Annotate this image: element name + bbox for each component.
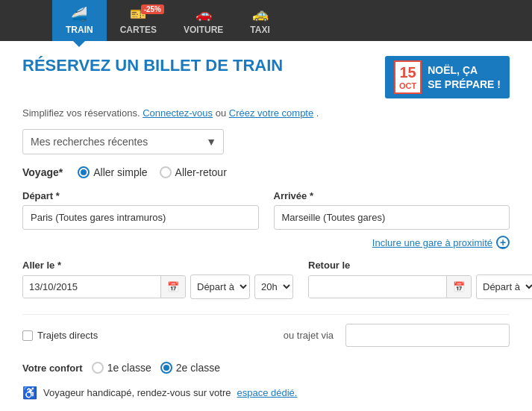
promo-month: OCT <box>399 81 416 90</box>
classe-1e-radio[interactable] <box>92 362 104 374</box>
aller-depart-select[interactable]: Départ à <box>190 274 250 299</box>
confort-row: Votre confort 1e classe 2e classe <box>22 362 510 374</box>
classe-2e-radio[interactable] <box>160 362 172 374</box>
trajets-directs-label: Trajets directs <box>37 330 98 341</box>
creez-compte-link[interactable]: Créez votre compte <box>229 107 313 119</box>
classe-2e-label: 2e classe <box>176 362 220 374</box>
handicap-link[interactable]: espace dédié. <box>237 387 298 398</box>
nav-item-train[interactable]: 🚄 TRAIN <box>52 0 107 41</box>
nav-label-train: TRAIN <box>66 25 93 35</box>
recent-searches-select[interactable]: Mes recherches récentes <box>22 129 224 154</box>
aller-retour-label: Aller-retour <box>175 166 227 178</box>
handicap-icon: ♿ <box>22 386 37 400</box>
title-highlight: UN BILLET DE TRAIN <box>115 56 283 75</box>
nearby-plus-icon[interactable]: + <box>496 236 510 249</box>
subtitle-or: ou <box>216 107 229 119</box>
retour-date-input[interactable] <box>309 276 446 298</box>
classe-1e-option[interactable]: 1e classe <box>92 362 151 374</box>
nav-label-voiture: VOITURE <box>184 25 223 35</box>
main-content: RÉSERVEZ UN BILLET DE TRAIN 15 OCT NOËL,… <box>0 41 532 411</box>
aller-simple-option[interactable]: Aller simple <box>78 166 147 178</box>
ou-text: ou trajet via <box>284 330 334 341</box>
aller-date-label: Aller le * <box>22 260 293 271</box>
title-prefix: RÉSERVEZ <box>22 56 115 75</box>
confort-label: Votre confort <box>22 363 83 374</box>
promo-text: NOËL, ÇA SE PRÉPARE ! <box>428 63 501 90</box>
nav-item-taxi[interactable]: 🚕 TAXI <box>237 0 283 41</box>
retour-date-label: Retour le <box>308 260 532 271</box>
dates-row: Aller le * 📅 Départ à 20h Retour le <box>22 260 510 299</box>
depart-group: Départ * <box>22 190 259 230</box>
connectez-vous-link[interactable]: Connectez-vous <box>143 107 213 119</box>
promo-line1: NOËL, ÇA <box>428 63 501 77</box>
trajets-directs-checkbox-label[interactable]: Trajets directs <box>22 330 98 341</box>
taxi-icon: 🚕 <box>252 6 269 22</box>
train-icon: 🚄 <box>71 6 87 22</box>
voyage-label: Voyage* <box>22 166 63 178</box>
recent-searches-wrapper: Mes recherches récentes ▼ <box>22 129 224 154</box>
handicap-row: ♿ Voyageur handicapé, rendez-vous sur vo… <box>22 386 510 400</box>
aller-date-field: 📅 <box>22 275 186 298</box>
retour-calendar-icon[interactable]: 📅 <box>446 276 471 298</box>
classe-1e-label: 1e classe <box>107 362 151 374</box>
cartes-badge: -25% <box>141 4 164 14</box>
top-nav: 🚄 TRAIN -25% 🎫 CARTES 🚗 VOITURE 🚕 TAXI <box>0 0 532 41</box>
via-input[interactable] <box>345 324 510 347</box>
locations-row: Départ * Arrivée * <box>22 190 510 230</box>
retour-depart-select[interactable]: Départ à <box>476 274 532 299</box>
page-title: RÉSERVEZ UN BILLET DE TRAIN <box>22 56 283 75</box>
options-row: Trajets directs ou trajet via <box>22 324 510 347</box>
nav-label-cartes: CARTES <box>120 25 157 35</box>
aller-date-group: Aller le * 📅 Départ à 20h <box>22 260 293 299</box>
classe-2e-option[interactable]: 2e classe <box>160 362 220 374</box>
depart-label: Départ * <box>22 190 259 201</box>
recent-searches-row: Mes recherches récentes ▼ <box>22 129 510 154</box>
voyage-row: Voyage* Aller simple Aller-retour <box>22 166 510 178</box>
aller-retour-radio[interactable] <box>160 166 172 178</box>
subtitle: Simplifiez vos réservations. Connectez-v… <box>22 107 510 119</box>
aller-calendar-icon[interactable]: 📅 <box>160 276 185 298</box>
aller-retour-option[interactable]: Aller-retour <box>160 166 227 178</box>
promo-line2: SE PRÉPARE ! <box>428 78 501 91</box>
aller-simple-radio[interactable] <box>78 166 90 178</box>
promo-date-box: 15 OCT <box>394 60 422 94</box>
handicap-text: Voyageur handicapé, rendez-vous sur votr… <box>43 387 231 398</box>
nav-label-taxi: TAXI <box>250 25 269 35</box>
promo-banner: 15 OCT NOËL, ÇA SE PRÉPARE ! <box>385 56 510 98</box>
nearby-text: Inclure une gare à proximité <box>372 237 492 248</box>
depart-input[interactable] <box>22 205 259 230</box>
nearby-row: Inclure une gare à proximité + <box>22 236 510 249</box>
divider-1 <box>22 314 510 315</box>
voiture-icon: 🚗 <box>195 6 212 22</box>
trajets-directs-checkbox[interactable] <box>22 330 33 341</box>
retour-date-group: Retour le 📅 Départ à 07h <box>308 260 532 299</box>
retour-date-inputs: 📅 Départ à 07h <box>308 274 532 299</box>
header-row: RÉSERVEZ UN BILLET DE TRAIN 15 OCT NOËL,… <box>22 56 510 98</box>
arrivee-label: Arrivée * <box>274 190 510 201</box>
nav-item-cartes[interactable]: -25% 🎫 CARTES <box>107 0 170 41</box>
nav-item-voiture[interactable]: 🚗 VOITURE <box>170 0 237 41</box>
retour-date-field: 📅 <box>308 275 472 298</box>
aller-time-select[interactable]: 20h <box>254 274 293 299</box>
aller-date-input[interactable] <box>23 276 160 298</box>
aller-simple-label: Aller simple <box>93 166 147 178</box>
subtitle-text: Simplifiez vos réservations. <box>22 107 140 119</box>
arrivee-input[interactable] <box>274 205 510 230</box>
nearby-link[interactable]: Inclure une gare à proximité + <box>372 236 510 249</box>
aller-date-inputs: 📅 Départ à 20h <box>22 274 293 299</box>
arrivee-group: Arrivée * <box>274 190 510 230</box>
subtitle-end: . <box>316 107 319 119</box>
promo-day: 15 <box>399 63 416 81</box>
